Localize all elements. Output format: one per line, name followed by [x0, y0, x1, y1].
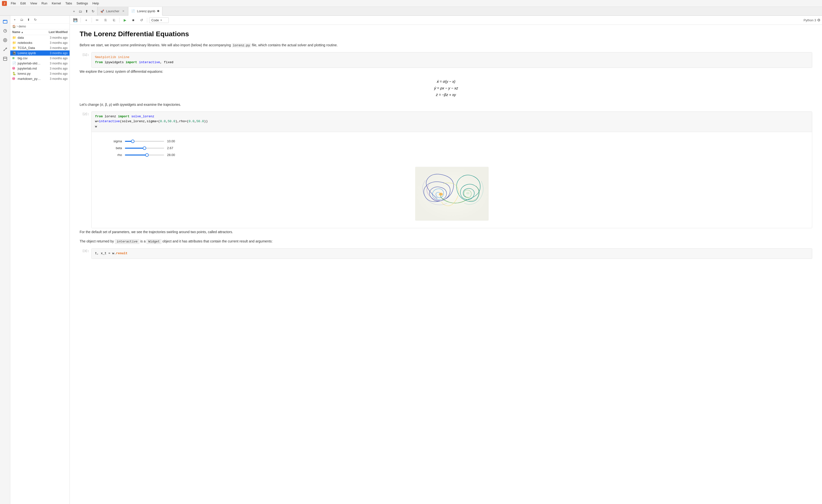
restart-button[interactable]: ↺: [138, 17, 145, 23]
files-icon-btn[interactable]: [1, 17, 10, 26]
intro-text2: file, which contains the actual solver a…: [252, 43, 338, 47]
cell-3: [3]: t, x_t = w.result: [80, 248, 812, 259]
menu-help[interactable]: Help: [90, 1, 101, 6]
fb-upload-btn[interactable]: ⬆: [25, 17, 31, 23]
notebook-icon: 📓: [12, 51, 16, 55]
launcher-tab-close[interactable]: ✕: [121, 9, 125, 13]
svg-point-12: [466, 192, 469, 194]
breadcrumb-home-icon[interactable]: 🏠: [12, 25, 16, 28]
breadcrumb-separator: >: [16, 25, 18, 28]
file-item-lorenz[interactable]: 📓 Lorenz.ipynb 3 months ago: [10, 50, 70, 56]
file-name: lorenz.py: [18, 72, 41, 75]
cell-2-line1: from lorenz import solve_lorenz: [95, 114, 809, 119]
svg-rect-2: [3, 21, 7, 23]
menu-kernel[interactable]: Kernel: [50, 1, 63, 6]
eq1: ẋ = σ(y − x): [80, 78, 812, 85]
new-folder-button[interactable]: 🗂: [78, 9, 83, 14]
menu-settings[interactable]: Settings: [74, 1, 90, 6]
cell-1: [1]: %matplotlib inline from ipywidgets …: [80, 52, 812, 68]
main-layout: + 🗂 ⬆ ↻ 🏠 > demo Name ▲ Last Modified 📁 …: [0, 16, 822, 504]
beta-label: beta: [110, 146, 122, 150]
menu-view[interactable]: View: [28, 1, 39, 6]
file-name: jupyterlab-slides.pdf: [18, 61, 41, 65]
file-item-lorenz-py[interactable]: 🐍 lorenz.py 3 months ago: [10, 71, 70, 76]
after-plot-code2: Widget: [146, 239, 161, 244]
cell-2-code: from lorenz import solve_lorenz w=intera…: [92, 112, 812, 132]
sigma-slider[interactable]: [125, 139, 164, 144]
eq2: ẏ = ρx − y − xz: [80, 85, 812, 91]
running-icon-btn[interactable]: [1, 26, 10, 35]
col-name-header[interactable]: Name ▲: [12, 30, 41, 34]
cell-3-line1: t, x_t = w.result: [95, 251, 809, 256]
breadcrumb: 🏠 > demo: [10, 24, 70, 29]
cell-type-select[interactable]: Code ▼: [149, 17, 169, 23]
fb-new-folder-btn[interactable]: 🗂: [19, 17, 24, 23]
file-item-slides[interactable]: 📄 jupyterlab-slides.pdf 3 months ago: [10, 61, 70, 66]
after-plot-text1: For the default set of parameters, we se…: [80, 229, 812, 234]
after-plot-code1: interactive: [115, 239, 139, 244]
cell-3-number: [3]:: [80, 248, 91, 259]
file-browser: + 🗂 ⬆ ↻ 🏠 > demo Name ▲ Last Modified 📁 …: [10, 16, 70, 504]
csv-icon: ⊞: [12, 57, 16, 60]
fb-new-file-btn[interactable]: +: [12, 17, 18, 23]
beta-slider[interactable]: [125, 146, 164, 151]
new-tab-button[interactable]: +: [71, 9, 77, 14]
lorenz-plot: [95, 167, 809, 221]
sidebar-icons: [0, 16, 10, 504]
tab-lorenz[interactable]: 📄 Lorenz.ipynb: [128, 7, 162, 16]
run-button[interactable]: ▶: [121, 17, 128, 23]
kernel-indicator: Python 3: [804, 18, 820, 22]
file-item-jupyterlab-md[interactable]: Ⓜ jupyterlab.md 3 months ago: [10, 66, 70, 71]
cell-1-body[interactable]: %matplotlib inline from ipywidgets impor…: [91, 52, 812, 68]
cell-1-line2: from ipywidgets import interactive, fixe…: [95, 60, 809, 65]
file-name: TCGA_Data: [18, 46, 41, 50]
kernel-status-circle: [818, 19, 820, 21]
cell-3-body[interactable]: t, x_t = w.result: [91, 248, 812, 259]
menu-run[interactable]: Run: [39, 1, 49, 6]
cut-button[interactable]: ✂: [94, 17, 101, 23]
file-list-header: Name ▲ Last Modified: [10, 29, 70, 35]
copy-button[interactable]: ⎘: [102, 17, 109, 23]
file-modified: 3 months ago: [41, 46, 68, 50]
tabs-icon-btn[interactable]: [1, 54, 10, 63]
after-plot-text2-part1: The object returned by: [80, 239, 114, 243]
fb-refresh-btn[interactable]: ↻: [32, 17, 38, 23]
file-item-big-csv[interactable]: ⊞ big.csv 3 months ago: [10, 56, 70, 61]
intro-code-inline: lorenz.py: [232, 43, 251, 47]
save-button[interactable]: 💾: [72, 17, 79, 23]
svg-point-11: [439, 193, 443, 196]
kernel-name: Python 3: [804, 18, 816, 22]
file-item-data[interactable]: 📁 data 3 months ago: [10, 35, 70, 40]
cell-1-code: %matplotlib inline from ipywidgets impor…: [92, 52, 812, 68]
cell-2-line3: w: [95, 124, 809, 129]
folder-icon: 📁: [12, 41, 16, 45]
file-modified: 3 months ago: [41, 67, 68, 70]
cell-2-line2: w=interactive(solve_lorenz,sigma=(0.0,50…: [95, 119, 809, 124]
file-name: markdown_python....: [18, 77, 41, 81]
paste-button[interactable]: ⎗: [110, 17, 117, 23]
breadcrumb-path: demo: [19, 25, 26, 28]
upload-button[interactable]: ⬆: [84, 9, 89, 14]
menu-tabs[interactable]: Tabs: [63, 1, 74, 6]
commands-icon-btn[interactable]: [1, 36, 10, 45]
explore-text: We explore the Lorenz system of differen…: [80, 69, 812, 74]
add-cell-button[interactable]: +: [83, 17, 90, 23]
tab-launcher[interactable]: 🚀 Launcher ✕: [97, 7, 128, 15]
after-plot-text2-part2: is a: [140, 239, 147, 243]
menu-edit[interactable]: Edit: [18, 1, 28, 6]
stop-button[interactable]: ■: [130, 17, 137, 23]
md-icon2: Ⓜ: [12, 77, 16, 81]
menu-file[interactable]: File: [9, 1, 18, 6]
file-item-markdown-python[interactable]: Ⓜ markdown_python.... 3 months ago: [10, 76, 70, 81]
notebook-toolbar: 💾 + ✂ ⎘ ⎗ ▶ ■ ↺ Code ▼ Python 3: [70, 16, 822, 25]
refresh-button[interactable]: ↻: [90, 9, 96, 14]
file-item-tcga[interactable]: 📁 TCGA_Data 3 months ago: [10, 45, 70, 50]
cell-2-body[interactable]: from lorenz import solve_lorenz w=intera…: [91, 111, 812, 228]
intro-text1: Before we start, we import some prelimin…: [80, 43, 231, 47]
eq3: ż = −βz + xy: [80, 91, 812, 98]
cell-1-number: [1]:: [80, 52, 91, 68]
folder-icon: 📁: [12, 36, 16, 39]
tools-icon-btn[interactable]: [1, 45, 10, 54]
file-item-notebooks[interactable]: 📁 notebooks 3 months ago: [10, 40, 70, 45]
rho-slider[interactable]: [125, 152, 164, 157]
